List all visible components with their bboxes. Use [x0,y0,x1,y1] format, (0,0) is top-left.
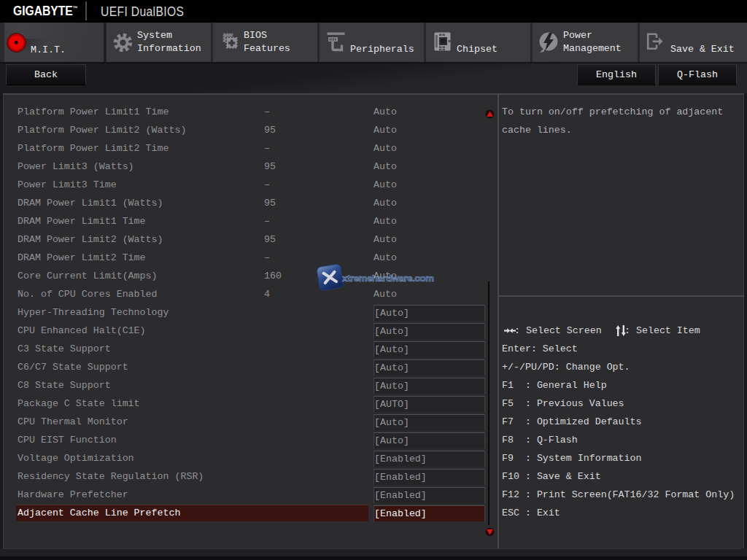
svg-text:xtremehardware.com: xtremehardware.com [342,273,433,284]
